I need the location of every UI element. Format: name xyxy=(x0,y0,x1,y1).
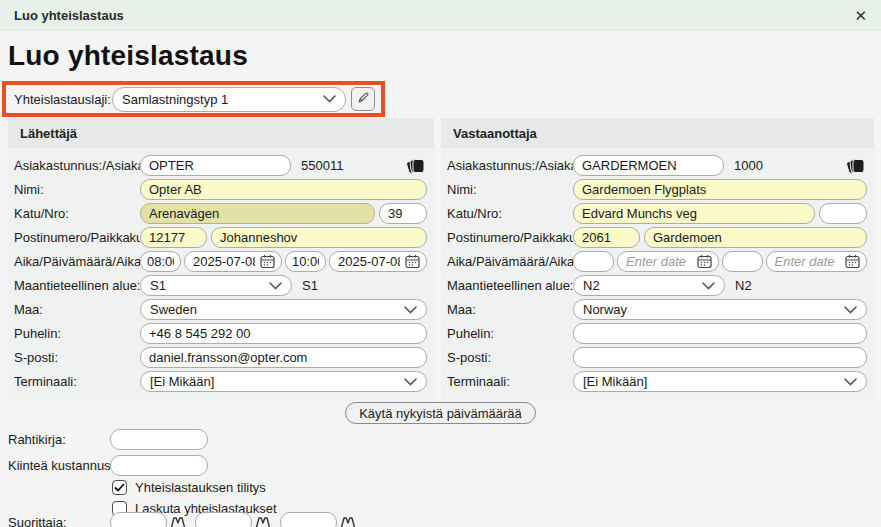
joint-loading-type-select[interactable]: Samlastningstyp 1 xyxy=(112,87,346,112)
receiver-name-label: Nimi: xyxy=(447,182,573,197)
joint-loading-type-value: Samlastningstyp 1 xyxy=(122,92,228,107)
receiver-panel: Vastaanottaja Asiakastunnus:/Asiakas: 10… xyxy=(441,118,874,401)
sender-street-input[interactable] xyxy=(140,203,375,224)
receiver-customer-row: Asiakastunnus:/Asiakas: 1000 xyxy=(447,155,867,176)
sender-email-input[interactable] xyxy=(140,347,427,368)
sender-terminal-row: Terminaali: [Ei Mikään] xyxy=(14,371,427,392)
close-icon[interactable]: ✕ xyxy=(854,8,867,23)
chevron-down-icon xyxy=(404,306,417,314)
receiver-city-input[interactable] xyxy=(644,227,867,248)
calendar-icon[interactable] xyxy=(697,254,712,269)
receiver-postal-label: Postinumero/Paikkakunta: xyxy=(447,230,573,245)
sender-country-select[interactable]: Sweden xyxy=(140,299,427,320)
performer-input-1[interactable] xyxy=(110,512,167,527)
sender-phone-input[interactable] xyxy=(140,323,427,344)
fixed-cost-row: Kiinteä kustannus: xyxy=(8,455,208,476)
receiver-street-input[interactable] xyxy=(573,203,815,224)
edit-type-button[interactable] xyxy=(351,87,375,111)
waybill-label: Rahtikirja: xyxy=(8,432,110,447)
chevron-down-icon xyxy=(404,378,417,386)
receiver-customer-code-input[interactable] xyxy=(573,155,724,176)
receiver-name-row: Nimi: xyxy=(447,179,867,200)
use-current-date-button[interactable]: Käytä nykyistä päivämäärää xyxy=(345,402,536,424)
chevron-down-icon xyxy=(844,378,857,386)
receiver-postal-row: Postinumero/Paikkakunta: xyxy=(447,227,867,248)
receiver-area-value: N2 xyxy=(583,278,600,293)
action-bar: Käytä nykyistä päivämäärää xyxy=(0,402,881,424)
performer-label: Suorittaja: xyxy=(8,515,110,527)
sender-email-label: S-posti: xyxy=(14,350,140,365)
receiver-time-row: Aika/Päivämäärä/Aika: xyxy=(447,251,867,272)
receiver-country-label: Maa: xyxy=(447,302,573,317)
sender-postal-label: Postinumero/Paikkakunta: xyxy=(14,230,140,245)
sender-postal-code-input[interactable] xyxy=(140,227,207,248)
sender-customer-label: Asiakastunnus:/Asiakas: xyxy=(14,158,140,173)
receiver-country-row: Maa: Norway xyxy=(447,299,867,320)
receiver-time-from-input[interactable] xyxy=(573,251,614,272)
receiver-phone-input[interactable] xyxy=(573,323,867,344)
sender-panel: Lähettäjä Asiakastunnus:/Asiakas: 550011 xyxy=(8,118,434,401)
waybill-row: Rahtikirja: xyxy=(8,429,208,450)
receiver-postal-code-input[interactable] xyxy=(573,227,640,248)
receiver-name-input[interactable] xyxy=(573,179,867,200)
receiver-phone-row: Puhelin: xyxy=(447,323,867,344)
chevron-down-icon xyxy=(323,95,336,103)
sender-area-row: Maantieteellinen alue: S1 S1 xyxy=(14,275,427,296)
chevron-down-icon xyxy=(269,282,282,290)
calendar-icon[interactable] xyxy=(405,254,420,269)
page-title: Luo yhteislastaus xyxy=(8,40,248,72)
receiver-country-value: Norway xyxy=(583,302,627,317)
receiver-terminal-select[interactable]: [Ei Mikään] xyxy=(573,371,867,392)
binoculars-icon[interactable] xyxy=(340,516,356,527)
chevron-down-icon xyxy=(844,306,857,314)
receiver-country-select[interactable]: Norway xyxy=(573,299,867,320)
sender-area-select[interactable]: S1 xyxy=(140,275,292,296)
receiver-terminal-value: [Ei Mikään] xyxy=(583,374,647,389)
sender-area-value: S1 xyxy=(150,278,166,293)
sender-time-row: Aika/Päivämäärä/Aika: xyxy=(14,251,427,272)
sender-time-to-input[interactable] xyxy=(285,251,326,272)
receiver-street-row: Katu/Nro: xyxy=(447,203,867,224)
fixed-cost-input[interactable] xyxy=(110,455,208,476)
performer-row: Suorittaja: xyxy=(8,512,362,527)
sender-terminal-select[interactable]: [Ei Mikään] xyxy=(140,371,427,392)
chevron-down-icon xyxy=(702,282,715,290)
settlement-checkbox-row[interactable]: Yhteislastauksen tilitys xyxy=(112,480,266,495)
receiver-header: Vastaanottaja xyxy=(441,118,874,148)
joint-loading-type-label: Yhteislastauslaji: xyxy=(14,92,112,107)
sender-postal-row: Postinumero/Paikkakunta: xyxy=(14,227,427,248)
sender-country-row: Maa: Sweden xyxy=(14,299,427,320)
copy-stack-icon[interactable] xyxy=(846,157,865,174)
sender-city-input[interactable] xyxy=(211,227,427,248)
receiver-customer-label: Asiakastunnus:/Asiakas: xyxy=(447,158,573,173)
binoculars-icon[interactable] xyxy=(170,516,186,527)
sender-customer-code-input[interactable] xyxy=(140,155,291,176)
pencil-icon xyxy=(357,90,370,108)
sender-terminal-label: Terminaali: xyxy=(14,374,140,389)
binoculars-icon[interactable] xyxy=(255,516,271,527)
create-joint-loading-dialog: Luo yhteislastaus ✕ Luo yhteislastaus Yh… xyxy=(0,0,881,527)
receiver-area-code: N2 xyxy=(735,278,752,293)
copy-stack-icon[interactable] xyxy=(406,157,425,174)
receiver-time-to-input[interactable] xyxy=(722,251,763,272)
settlement-checkbox[interactable] xyxy=(112,480,127,495)
address-panels: Lähettäjä Asiakastunnus:/Asiakas: 550011 xyxy=(8,118,874,401)
calendar-icon[interactable] xyxy=(845,254,860,269)
calendar-icon[interactable] xyxy=(260,254,275,269)
sender-street-number-input[interactable] xyxy=(379,203,427,224)
sender-time-label: Aika/Päivämäärä/Aika: xyxy=(14,254,140,269)
sender-name-input[interactable] xyxy=(140,179,427,200)
receiver-area-row: Maantieteellinen alue: N2 N2 xyxy=(447,275,867,296)
waybill-input[interactable] xyxy=(110,429,208,450)
receiver-street-number-input[interactable] xyxy=(819,203,867,224)
sender-header: Lähettäjä xyxy=(8,118,434,148)
receiver-area-select[interactable]: N2 xyxy=(573,275,725,296)
performer-input-2[interactable] xyxy=(195,512,252,527)
checkmark-icon xyxy=(114,483,125,492)
performer-input-3[interactable] xyxy=(280,512,337,527)
sender-time-from-input[interactable] xyxy=(140,251,181,272)
sender-country-label: Maa: xyxy=(14,302,140,317)
sender-email-row: S-posti: xyxy=(14,347,427,368)
receiver-email-input[interactable] xyxy=(573,347,867,368)
sender-customer-number: 550011 xyxy=(301,158,343,173)
